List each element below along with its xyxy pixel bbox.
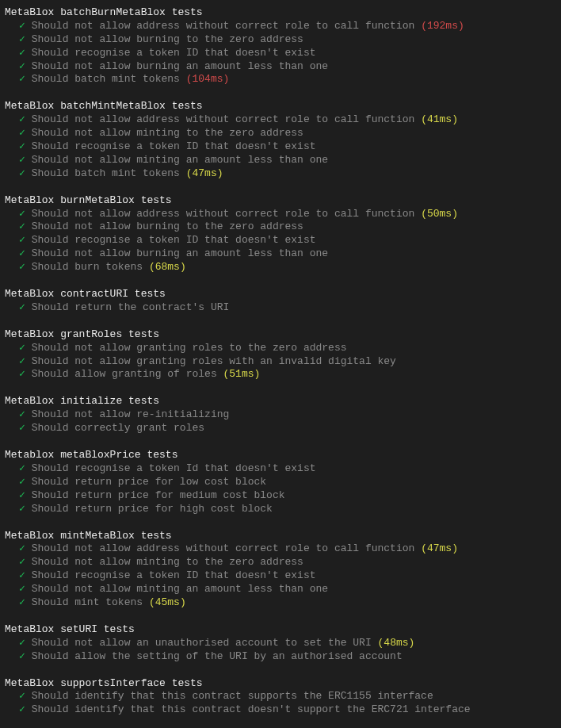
- suite-title: MetaBlox contractURI tests: [5, 288, 556, 301]
- checkmark-icon: ✓: [19, 583, 25, 595]
- test-description: Should not allow burning an amount less …: [32, 60, 328, 72]
- checkmark-icon: ✓: [19, 542, 25, 554]
- suite-title: MetaBlox grantRoles tests: [5, 328, 556, 342]
- test-suite: MetaBlox initialize tests✓ Should not al…: [5, 395, 556, 435]
- checkmark-icon: ✓: [19, 422, 25, 434]
- checkmark-icon: ✓: [19, 220, 25, 232]
- test-timing: (48ms): [378, 637, 415, 649]
- checkmark-icon: ✓: [19, 167, 25, 179]
- test-description: Should not allow minting an amount less …: [32, 154, 328, 166]
- checkmark-icon: ✓: [19, 569, 25, 581]
- test-result: ✓ Should not allow address without corre…: [5, 208, 556, 221]
- checkmark-icon: ✓: [19, 690, 25, 702]
- test-suite: MetaBlox grantRoles tests✓ Should not al…: [5, 328, 556, 382]
- test-result: ✓ Should not allow minting an amount les…: [5, 154, 556, 167]
- test-description: Should allow granting of roles: [32, 368, 217, 380]
- test-suite: MetaBlox contractURI tests✓ Should retur…: [5, 288, 556, 315]
- test-timing: (47ms): [421, 542, 458, 554]
- test-suite: Metablox metaBloxPrice tests✓ Should rec…: [5, 449, 556, 515]
- test-timing: (68ms): [149, 261, 186, 273]
- test-description: Should recognise a token ID that doesn't…: [32, 47, 316, 59]
- checkmark-icon: ✓: [19, 33, 25, 45]
- test-result: ✓ Should not allow minting an amount les…: [5, 583, 556, 596]
- test-description: Should not allow burning to the zero add…: [32, 33, 303, 45]
- test-description: Should return price for medium cost bloc…: [32, 489, 285, 501]
- test-description: Should not allow address without correct…: [32, 208, 415, 220]
- test-result: ✓ Should not allow re-initializing: [5, 408, 556, 422]
- test-result: ✓ Should recognise a token ID that doesn…: [5, 47, 556, 60]
- test-result: ✓ Should return the contract's URI: [5, 301, 556, 315]
- test-description: Should mint tokens: [32, 596, 143, 608]
- test-description: Should recognise a token ID that doesn't…: [32, 140, 316, 152]
- test-timing: (50ms): [421, 208, 458, 220]
- test-description: Should not allow minting to the zero add…: [32, 556, 303, 568]
- checkmark-icon: ✓: [19, 47, 25, 59]
- test-description: Should return the contract's URI: [32, 301, 230, 313]
- checkmark-icon: ✓: [19, 342, 25, 354]
- test-description: Should not allow address without correct…: [32, 542, 415, 554]
- test-result: ✓ Should recognise a token ID that doesn…: [5, 234, 556, 247]
- checkmark-icon: ✓: [19, 556, 25, 568]
- test-result: ✓ Should not allow minting to the zero a…: [5, 556, 556, 569]
- test-result: ✓ Should not allow an unauthorised accou…: [5, 637, 556, 650]
- checkmark-icon: ✓: [19, 703, 25, 715]
- test-result: ✓ Should recognise a token Id that doesn…: [5, 462, 556, 476]
- test-description: Should not allow an unauthorised account…: [32, 637, 372, 649]
- test-description: Should recognise a token Id that doesn't…: [32, 462, 316, 474]
- test-result: ✓ Should not allow granting roles to the…: [5, 342, 556, 355]
- test-timing: (51ms): [223, 368, 261, 380]
- test-result: ✓ Should burn tokens (68ms): [5, 261, 556, 274]
- test-description: Should identify that this contract suppo…: [32, 690, 433, 702]
- checkmark-icon: ✓: [19, 637, 25, 649]
- checkmark-icon: ✓: [19, 20, 25, 32]
- test-result: ✓ Should not allow address without corre…: [5, 113, 556, 127]
- suite-title: MetaBlox mintMetaBlox tests: [5, 530, 556, 543]
- test-description: Should recognise a token ID that doesn't…: [32, 234, 316, 246]
- test-result: ✓ Should recognise a token ID that doesn…: [5, 140, 556, 154]
- test-result: ✓ Should return price for low cost block: [5, 476, 556, 489]
- test-result: ✓ Should return price for high cost bloc…: [5, 503, 556, 516]
- test-timing: (104ms): [186, 73, 230, 85]
- checkmark-icon: ✓: [19, 462, 25, 474]
- test-description: Should not allow granting roles with an …: [32, 355, 396, 367]
- test-result: ✓ Should not allow minting to the zero a…: [5, 127, 556, 140]
- checkmark-icon: ✓: [19, 247, 25, 259]
- test-suite: MetaBlox setURI tests✓ Should not allow …: [5, 623, 556, 664]
- checkmark-icon: ✓: [19, 476, 25, 488]
- test-description: Should not allow address without correct…: [32, 20, 415, 32]
- test-description: Should identify that this contract doesn…: [32, 703, 471, 715]
- suite-title: MetaBlox setURI tests: [5, 623, 556, 637]
- test-suite: MetaBlox mintMetaBlox tests✓ Should not …: [5, 530, 556, 610]
- checkmark-icon: ✓: [19, 301, 25, 313]
- test-result: ✓ Should not allow burning an amount les…: [5, 247, 556, 261]
- test-result: ✓ Should correctly grant roles: [5, 422, 556, 435]
- test-timing: (47ms): [186, 167, 223, 179]
- suite-title: MetaBlox supportsInterface tests: [5, 677, 556, 691]
- test-timing: (45ms): [149, 596, 186, 608]
- checkmark-icon: ✓: [19, 368, 25, 380]
- test-result: ✓ Should not allow burning to the zero a…: [5, 220, 556, 234]
- test-suite: MetaBlox burnMetaBlox tests✓ Should not …: [5, 194, 556, 274]
- checkmark-icon: ✓: [19, 154, 25, 166]
- suite-title: MetaBlox batchMintMetaBlox tests: [5, 100, 556, 113]
- test-result: ✓ Should not allow burning to the zero a…: [5, 33, 556, 47]
- checkmark-icon: ✓: [19, 127, 25, 139]
- test-result: ✓ Should recognise a token ID that doesn…: [5, 569, 556, 583]
- checkmark-icon: ✓: [19, 234, 25, 246]
- suite-title: MetaBlox initialize tests: [5, 395, 556, 408]
- test-result: ✓ Should not allow granting roles with a…: [5, 355, 556, 369]
- test-result: ✓ Should return price for medium cost bl…: [5, 489, 556, 503]
- test-description: Should allow the setting of the URI by a…: [32, 650, 403, 662]
- suite-title: Metablox metaBloxPrice tests: [5, 449, 556, 462]
- test-result: ✓ Should allow the setting of the URI by…: [5, 650, 556, 664]
- checkmark-icon: ✓: [19, 60, 25, 72]
- test-result: ✓ Should identify that this contract doe…: [5, 703, 556, 717]
- test-result: ✓ Should mint tokens (45ms): [5, 596, 556, 610]
- test-suite: MetaBlox supportsInterface tests✓ Should…: [5, 677, 556, 718]
- checkmark-icon: ✓: [19, 208, 25, 220]
- test-suite: MetaBlox batchMintMetaBlox tests✓ Should…: [5, 100, 556, 180]
- test-result: ✓ Should allow granting of roles (51ms): [5, 368, 556, 381]
- test-description: Should not allow address without correct…: [32, 113, 415, 125]
- checkmark-icon: ✓: [19, 261, 25, 273]
- test-description: Should not allow re-initializing: [32, 408, 230, 420]
